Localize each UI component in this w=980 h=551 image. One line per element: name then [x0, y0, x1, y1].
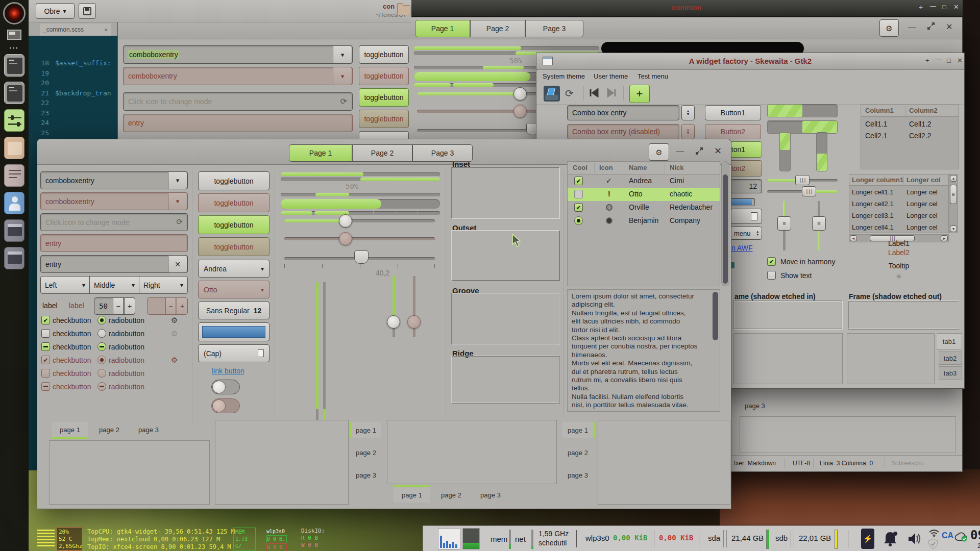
- window-2-icon[interactable]: [4, 247, 24, 269]
- clear-icon[interactable]: ✕: [168, 255, 187, 273]
- cell[interactable]: Cell2.1: [865, 132, 888, 140]
- vscroll-thumb[interactable]: ≡: [950, 185, 957, 204]
- menu-test-menu[interactable]: Test menu: [638, 72, 668, 80]
- cell[interactable]: Longer cell3.1: [852, 212, 894, 219]
- scroll-down-icon[interactable]: ▾: [950, 226, 957, 232]
- refresh-icon[interactable]: ⟳: [176, 217, 183, 227]
- vslider-1-grip[interactable]: ≡: [777, 216, 791, 231]
- checkbutton-unchecked[interactable]: [41, 329, 50, 338]
- cell[interactable]: Cell2.2: [909, 132, 932, 140]
- mode-entry[interactable]: Click icon to change mode ⟳: [40, 213, 188, 231]
- table-vscrollbar[interactable]: [721, 161, 729, 286]
- tab1[interactable]: tab1: [937, 333, 962, 349]
- page3-tab[interactable]: page 3: [351, 467, 381, 483]
- cell[interactable]: Longer cel: [906, 212, 938, 219]
- minimize-icon[interactable]: —: [936, 56, 942, 63]
- cpu-graph[interactable]: [438, 528, 460, 549]
- tab-page3[interactable]: Page 3: [412, 144, 473, 162]
- cell[interactable]: Longer cel: [906, 223, 938, 231]
- tab2[interactable]: tab2: [939, 352, 962, 365]
- hslider-2-grip[interactable]: |||: [802, 186, 816, 196]
- column-header[interactable]: Column2: [909, 107, 938, 114]
- vslider-2-grip[interactable]: ≡: [812, 216, 826, 231]
- table-row[interactable]: Benjamin Company: [568, 214, 720, 228]
- textview[interactable]: Lorem ipsum dolor sit amet, consectetur …: [567, 289, 720, 412]
- file-button[interactable]: (Cap): [198, 344, 270, 362]
- table-row[interactable]: ✔ Orville Redenbacher: [568, 201, 720, 214]
- combo-box-entry[interactable]: Combo box entry: [567, 105, 679, 120]
- checkbox-harmony-label[interactable]: Move in harmony: [780, 258, 835, 266]
- menu-user-theme[interactable]: User theme: [594, 72, 628, 80]
- window-1-icon[interactable]: [4, 219, 24, 242]
- stick-icon[interactable]: +: [919, 3, 923, 11]
- maximize-icon[interactable]: □: [942, 3, 946, 11]
- maximize-icon[interactable]: □: [947, 57, 951, 64]
- togglebutton-active[interactable]: togglebutton: [198, 215, 270, 234]
- save-button[interactable]: [79, 3, 96, 19]
- radiobutton-unselected[interactable]: [97, 329, 106, 338]
- spin-plus[interactable]: +: [124, 297, 135, 315]
- gear-icon[interactable]: ⚙: [171, 316, 178, 324]
- gtk2-titlebar[interactable]: A widget factory - Skewaita - Gtk2 + — □…: [536, 53, 964, 70]
- checkbox-harmony[interactable]: ✔: [767, 257, 776, 266]
- clock[interactable]: 09:53: [970, 528, 980, 542]
- tab-page2[interactable]: Page 2: [470, 20, 525, 37]
- radiobutton-label[interactable]: radiobutton: [109, 316, 144, 324]
- mem-label[interactable]: mem: [491, 535, 507, 543]
- checkbutton-mixed[interactable]: [41, 342, 50, 351]
- cell[interactable]: Longer cell2.1: [852, 200, 894, 208]
- spinbutton-12[interactable]: 12: [730, 179, 762, 193]
- table-row-selected[interactable]: ! Otto chaotic: [568, 188, 720, 201]
- scale-flat-knob[interactable]: [354, 251, 369, 264]
- page3-tab[interactable]: page 3: [472, 487, 509, 503]
- tab-page2[interactable]: Page 2: [352, 144, 412, 162]
- minimize-icon[interactable]: —: [908, 22, 916, 31]
- mixer-icon[interactable]: [4, 109, 24, 132]
- radiobutton-mixed[interactable]: [97, 342, 106, 351]
- menu-system-theme[interactable]: System theme: [543, 72, 585, 80]
- maximize-icon[interactable]: [695, 146, 704, 156]
- files-icon[interactable]: [4, 137, 24, 159]
- tab-page1[interactable]: Page 1: [289, 144, 352, 162]
- windows-icon[interactable]: [7, 30, 21, 40]
- combo-left[interactable]: Left▾: [40, 276, 90, 294]
- terminal-2-icon[interactable]: [4, 82, 24, 104]
- file-chooser-button[interactable]: [730, 209, 762, 224]
- cell[interactable]: Longer cell1.1: [852, 188, 894, 196]
- togglebutton[interactable]: togglebutton: [198, 171, 270, 190]
- refresh-icon[interactable]: ⟳: [565, 87, 574, 99]
- wifi-icon[interactable]: [928, 529, 940, 537]
- tab-page1[interactable]: Page 1: [415, 20, 470, 37]
- color-button[interactable]: [198, 322, 270, 341]
- treeview-2-vscrollbar[interactable]: ▴ ≡ ▾: [949, 174, 958, 233]
- combo-spin[interactable]: ▴▾: [681, 105, 695, 120]
- column-name[interactable]: Name: [629, 164, 647, 171]
- tab3[interactable]: tab3: [939, 366, 962, 380]
- column-icon[interactable]: Icon: [599, 164, 613, 171]
- keyboard-layout[interactable]: CA: [942, 531, 953, 540]
- column-header[interactable]: Longer column1: [852, 176, 903, 184]
- cell[interactable]: Cell1.1: [865, 120, 888, 128]
- cell[interactable]: Cell1.2: [909, 120, 932, 128]
- column-nick[interactable]: Nick: [670, 164, 683, 171]
- page3-tab[interactable]: page 3: [562, 467, 594, 483]
- tab-common-scss[interactable]: _common.scss ✕: [40, 23, 111, 36]
- add-button[interactable]: +: [629, 85, 650, 103]
- radiobutton-label[interactable]: radiobutton: [109, 330, 144, 338]
- font-button[interactable]: Sans Regular12: [198, 302, 270, 319]
- cell[interactable]: Longer cel: [906, 188, 938, 196]
- scale-knob[interactable]: [339, 214, 352, 228]
- checkbox-showtext[interactable]: [767, 271, 776, 280]
- page1-tab-active[interactable]: page 1: [394, 487, 430, 503]
- close-icon[interactable]: ✕: [104, 27, 108, 33]
- radiobutton-selected[interactable]: [97, 316, 106, 324]
- terminal-1-icon[interactable]: [4, 54, 24, 77]
- button1[interactable]: Button1: [705, 105, 761, 120]
- stick-icon[interactable]: +: [925, 57, 929, 64]
- scale[interactable]: [284, 219, 435, 222]
- minimize-icon[interactable]: —: [930, 3, 936, 10]
- treeview-2[interactable]: Longer column1 Longer col Longer cell1.1…: [849, 174, 949, 233]
- page2-tab[interactable]: page 2: [433, 487, 470, 503]
- close-icon[interactable]: ✕: [957, 57, 963, 64]
- combo-middle[interactable]: Middle▾: [89, 276, 139, 294]
